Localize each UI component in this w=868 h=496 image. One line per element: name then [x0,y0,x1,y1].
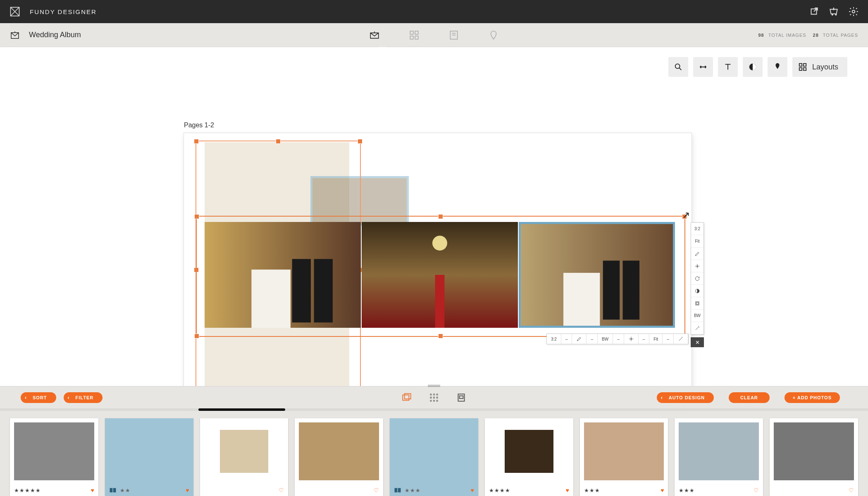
side-bw[interactable]: BW [691,310,703,322]
contrast-button[interactable] [743,57,763,77]
rating-stars[interactable]: ★★★ [405,487,421,494]
thumbnail-card[interactable]: ★★★★★ ♥ [10,418,98,496]
canvas-toolbar: Layouts [668,57,847,77]
subbar: Wedding Album 98 TOTAL IMAGES 28 TOTAL P… [0,23,868,47]
favorite-heart-icon[interactable]: ♡ [374,487,379,494]
clear-button[interactable]: CLEAR [729,392,770,403]
svg-rect-40 [458,394,464,401]
svg-point-0 [852,10,855,13]
layouts-label: Layouts [812,63,838,72]
project-name: Wedding Album [29,31,81,39]
svg-rect-30 [405,393,411,399]
thumbnail-card[interactable]: ★★★ ♥ [580,418,668,496]
mode-switcher [369,30,499,41]
thumbnail-card[interactable]: ♡ [770,418,858,496]
rating-stars[interactable]: ★★ [120,487,131,494]
favorite-heart-icon[interactable]: ♥ [565,487,569,494]
cart-icon[interactable] [828,6,839,17]
svg-rect-11 [804,68,806,70]
svg-point-33 [436,393,438,395]
scrollbar-thumb[interactable] [198,408,285,411]
bottom-center-icon[interactable] [624,334,639,344]
rating-stars[interactable]: ★★★★ [489,487,510,494]
side-wand-icon[interactable] [691,322,703,334]
row-selection[interactable] [196,216,685,337]
thumbnail-card[interactable]: ♡ [200,418,289,496]
favorite-heart-icon[interactable]: ♡ [279,487,284,494]
svg-rect-9 [804,64,806,66]
mode-page-icon[interactable] [448,30,459,41]
bottom-dash3: – [613,334,624,344]
svg-point-34 [430,397,432,398]
side-fit[interactable]: Fit [691,235,703,248]
thumbnail-card[interactable]: ★★ ♥ [105,418,193,496]
thumbnail-card[interactable]: ★★★ ♡ [675,418,763,496]
view-grid-icon[interactable] [429,392,439,403]
in-album-icon [394,487,401,493]
total-pages-label: TOTAL PAGES [823,33,858,38]
auto-design-button[interactable]: ‹AUTO DESIGN [657,392,714,403]
favorite-heart-icon[interactable]: ♡ [849,487,854,494]
app-name: FUNDY DESIGNER [30,8,97,15]
svg-point-6 [675,64,680,69]
total-images-count: 98 [758,33,764,38]
tray-grabber-icon[interactable] [428,385,440,387]
bottom-dash2: – [587,334,598,344]
project-stats: 98 TOTAL IMAGES 28 TOTAL PAGES [754,33,858,38]
pin-button[interactable] [768,57,787,77]
resize-button[interactable] [693,57,713,77]
svg-point-32 [433,393,434,395]
total-pages-count: 28 [813,33,819,38]
side-close-button[interactable]: ✕ [691,337,704,347]
text-button[interactable] [718,57,738,77]
thumbnail-card[interactable]: ★★★ ♥ [390,418,478,496]
favorite-heart-icon[interactable]: ♥ [91,487,94,494]
view-single-icon[interactable] [456,392,467,403]
bottom-wand-icon[interactable] [674,334,688,344]
bottom-bw[interactable]: BW [598,334,613,344]
favorite-heart-icon[interactable]: ♥ [661,487,664,494]
mode-print-icon[interactable] [488,30,499,41]
mode-grid-icon[interactable] [409,30,420,41]
mode-design-icon[interactable] [369,30,380,41]
rating-stars[interactable]: ★★★ [584,487,600,494]
side-center-icon[interactable] [691,260,703,272]
svg-point-38 [433,400,434,401]
expand-arrow-icon[interactable] [682,211,691,220]
side-edit-icon[interactable] [691,248,703,260]
bottom-edit-icon[interactable] [572,334,587,344]
thumbnail-card[interactable]: ★★★★ ♥ [485,418,573,496]
filmstrip-scrollbar[interactable] [0,408,868,411]
bottom-fit[interactable]: Fit [649,334,663,344]
side-rotate-icon[interactable] [691,272,703,285]
side-frame-icon[interactable] [691,297,703,310]
favorite-heart-icon[interactable]: ♡ [754,487,759,494]
app-logo-icon [9,6,21,17]
rating-stars[interactable]: ★★★ [679,487,695,494]
side-contrast-icon[interactable] [691,285,703,297]
side-ratio[interactable]: 3:2 [691,223,703,235]
add-photos-button[interactable]: + ADD PHOTOS [785,392,840,403]
settings-icon[interactable] [848,6,859,17]
thumbnail-card[interactable]: ♡ [295,418,383,496]
tray-bar: ‹SORT ‹FILTER ‹AUTO DESIGN CLEAR + ADD P… [0,386,868,408]
filter-button[interactable]: ‹FILTER [64,392,103,403]
album-icon [10,30,20,40]
bottom-ratio[interactable]: 3:2 [547,334,561,344]
bottom-dash4: – [639,334,650,344]
svg-rect-8 [799,64,802,66]
rating-stars[interactable]: ★★★★★ [14,487,41,494]
in-album-icon [109,487,117,493]
svg-point-31 [430,393,432,395]
sort-button[interactable]: ‹SORT [21,392,56,403]
layouts-button[interactable]: Layouts [792,57,847,77]
svg-rect-26 [696,301,699,305]
image-bottom-toolbar: 3:2 – – BW – – Fit – [546,334,689,344]
filmstrip: ★★★★★ ♥ ★★ ♥ ♡ ♡ ★★★ ♥ ★★★★ ♥ ★★★ ♥ ★★★ … [0,411,868,496]
favorite-heart-icon[interactable]: ♥ [471,487,474,494]
svg-rect-10 [799,68,802,70]
export-icon[interactable] [808,6,819,17]
view-stack-icon[interactable] [401,392,412,403]
zoom-button[interactable] [668,57,688,77]
favorite-heart-icon[interactable]: ♥ [186,487,189,494]
